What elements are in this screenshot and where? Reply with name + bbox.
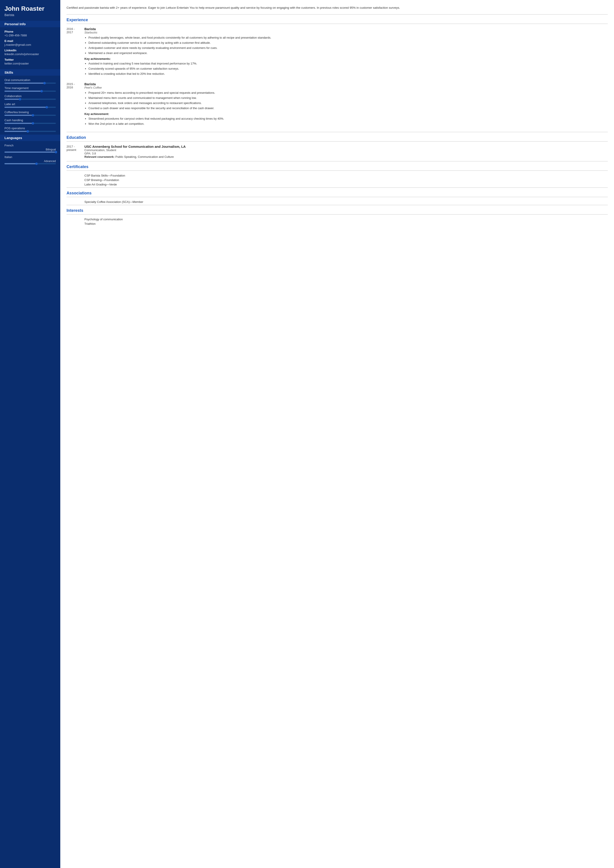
bullet-item: Counted a cash drawer and was responsibl… bbox=[88, 106, 608, 110]
email-label: E-mail bbox=[5, 39, 56, 43]
skill-item: Time management bbox=[5, 86, 56, 92]
education-list: 2017 -present USC Annenberg School for C… bbox=[67, 145, 608, 158]
linkedin-label: LinkedIn bbox=[5, 49, 56, 52]
key-achievements-label: Key achievements: bbox=[84, 57, 608, 60]
exp-bullets: Prepared 20+ menu items according to pre… bbox=[84, 91, 608, 111]
skills-heading: Skills bbox=[0, 69, 60, 76]
interest-item: Triathlon bbox=[84, 222, 608, 225]
edu-gpa: GPA: 3.8 bbox=[84, 152, 608, 155]
skill-bar-fill bbox=[5, 131, 28, 132]
experience-row: 2016 -2017 Barista Starbucks Provided qu… bbox=[67, 27, 608, 78]
company-name: Starbucks bbox=[84, 31, 608, 34]
personal-info-heading: Personal Info bbox=[0, 21, 60, 27]
skill-bar bbox=[5, 107, 56, 108]
skill-item: Cash handling bbox=[5, 118, 56, 124]
email-value: j.roaster@gmail.com bbox=[5, 43, 56, 46]
skill-item: Collaboration bbox=[5, 95, 56, 100]
language-item: Italian Advanced bbox=[5, 155, 56, 164]
sidebar: John Roaster Barista Personal Info Phone… bbox=[0, 0, 60, 868]
certificate-item: CSP Barista Skills—Foundation bbox=[84, 174, 608, 177]
association-item: Specialty Coffee Association (SCA)—Membe… bbox=[84, 200, 608, 203]
language-bar-fill bbox=[5, 163, 36, 164]
language-level: Bilingual bbox=[5, 148, 56, 151]
associations-list-items: Specialty Coffee Association (SCA)—Membe… bbox=[67, 200, 608, 203]
skill-bar-dot bbox=[19, 98, 21, 101]
skill-name: Cash handling bbox=[5, 118, 56, 122]
interests-heading: Interests bbox=[67, 208, 608, 213]
skill-bar-fill bbox=[5, 123, 33, 124]
bullet-item: Maintained menu item counts and communic… bbox=[88, 96, 608, 100]
exp-bullets: Provided quality beverages, whole bean, … bbox=[84, 36, 608, 56]
achievement-item: Consistently scored upwards of 95% on cu… bbox=[88, 67, 608, 71]
exp-date: 2016 -2017 bbox=[67, 27, 84, 78]
skill-name: Latte art bbox=[5, 102, 56, 106]
key-achievements-label: Key achievement: bbox=[84, 112, 608, 116]
language-item: French Bilingual bbox=[5, 144, 56, 153]
phone-label: Phone bbox=[5, 30, 56, 33]
certificates-list: CSP Barista Skills—FoundationCSP Brewing… bbox=[67, 174, 608, 186]
bullet-item: Maintained a clean and organized workspa… bbox=[88, 51, 608, 55]
bullet-item: Anticipated customer and store needs by … bbox=[88, 46, 608, 50]
candidate-title: Barista bbox=[5, 13, 56, 17]
certificates-heading: Certificates bbox=[67, 164, 608, 169]
job-title: Barista bbox=[84, 27, 608, 31]
experience-list: 2016 -2017 Barista Starbucks Provided qu… bbox=[67, 27, 608, 128]
skill-item: Oral communication bbox=[5, 78, 56, 84]
skill-bar bbox=[5, 123, 56, 124]
certificates-list-items: CSP Barista Skills—FoundationCSP Brewing… bbox=[67, 174, 608, 186]
certificate-item: CSP Brewing—Foundation bbox=[84, 178, 608, 182]
language-level: Advanced bbox=[5, 160, 56, 163]
language-bar bbox=[5, 152, 56, 153]
candidate-name: John Roaster bbox=[5, 5, 56, 12]
education-heading: Education bbox=[67, 135, 608, 140]
skill-bar-fill bbox=[5, 99, 20, 100]
language-bar-dot bbox=[55, 151, 57, 153]
edu-coursework: Relevant coursework: Public Speaking, Co… bbox=[84, 155, 608, 158]
edu-program: Communication, Student bbox=[84, 149, 608, 152]
exp-content: Barista Peet's Coffee Prepared 20+ menu … bbox=[84, 82, 608, 128]
education-row: 2017 -present USC Annenberg School for C… bbox=[67, 145, 608, 158]
bullet-item: Provided quality beverages, whole bean, … bbox=[88, 36, 608, 40]
skill-bar-fill bbox=[5, 115, 33, 116]
language-bar-dot bbox=[35, 163, 38, 165]
skill-item: Latte art bbox=[5, 102, 56, 108]
school-name: USC Annenberg School for Communication a… bbox=[84, 145, 608, 149]
skills-list: Oral communication Time management Colla… bbox=[5, 78, 56, 132]
company-name: Peet's Coffee bbox=[84, 86, 608, 89]
achievement-item: Streamlined procedures for carryout orde… bbox=[88, 116, 608, 121]
skill-bar bbox=[5, 131, 56, 132]
achievement-item: Identified a crowding solution that led … bbox=[88, 72, 608, 76]
language-name: Italian bbox=[5, 155, 56, 159]
job-title: Barista bbox=[84, 82, 608, 86]
phone-value: +1-299-456-7888 bbox=[5, 34, 56, 37]
edu-date: 2017 -present bbox=[67, 145, 84, 158]
skill-name: POS operations bbox=[5, 127, 56, 130]
skill-bar-dot bbox=[45, 106, 48, 108]
main-content: Certified and passionate barista with 2+… bbox=[60, 0, 614, 868]
skill-name: Collaboration bbox=[5, 95, 56, 98]
linkedin-value: linkedin.com/in/johnroaster bbox=[5, 53, 56, 56]
languages-heading: Languages bbox=[0, 135, 60, 141]
edu-content: USC Annenberg School for Communication a… bbox=[84, 145, 608, 158]
language-name: French bbox=[5, 144, 56, 147]
skill-bar-dot bbox=[40, 90, 43, 92]
language-bar bbox=[5, 163, 56, 164]
associations-list: Specialty Coffee Association (SCA)—Membe… bbox=[67, 200, 608, 203]
exp-content: Barista Starbucks Provided quality bever… bbox=[84, 27, 608, 78]
achievement-item: Won the 2nd prize in a latte art competi… bbox=[88, 122, 608, 126]
language-bar-fill bbox=[5, 152, 56, 153]
languages-list: French Bilingual Italian Advanced bbox=[5, 144, 56, 164]
experience-row: 2015 -2016 Barista Peet's Coffee Prepare… bbox=[67, 82, 608, 128]
skill-bar-fill bbox=[5, 82, 45, 84]
achievement-item: Assisted in training and coaching 5 new … bbox=[88, 61, 608, 66]
skill-bar-dot bbox=[26, 130, 29, 133]
summary-text: Certified and passionate barista with 2+… bbox=[67, 5, 608, 10]
bullet-item: Answered telephones, took orders and mes… bbox=[88, 101, 608, 105]
skill-bar bbox=[5, 115, 56, 116]
interest-item: Psychology of communication bbox=[84, 218, 608, 221]
twitter-value: twitter.com/jroaster bbox=[5, 62, 56, 65]
skill-bar-fill bbox=[5, 107, 47, 108]
skill-name: Oral communication bbox=[5, 78, 56, 82]
achievements-bullets: Streamlined procedures for carryout orde… bbox=[84, 116, 608, 126]
coursework-label: Relevant coursework: bbox=[84, 155, 115, 158]
